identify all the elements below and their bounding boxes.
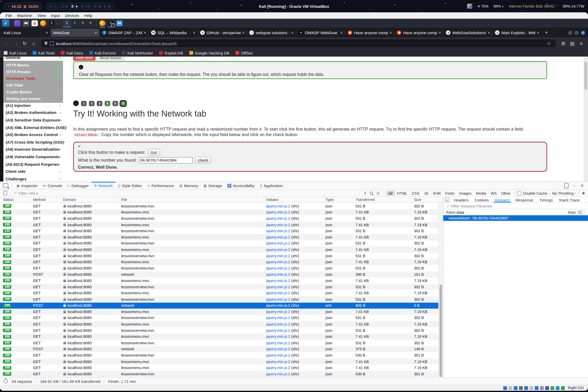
filter-type-images[interactable]: Images	[457, 191, 473, 196]
filter-type-xhr[interactable]: XHR	[431, 191, 443, 196]
initiator-link[interactable]: jquery.min.js:2	[266, 347, 290, 351]
network-request-row[interactable]: 200GETlocalhost:8080lessonmenu.mvcjquery…	[0, 234, 443, 240]
request-detail-tab-timings[interactable]: Timings	[536, 197, 556, 203]
responsive-mode-icon[interactable]	[564, 183, 568, 188]
mouse-integration-icon[interactable]	[556, 386, 560, 390]
initiator-link[interactable]: jquery.min.js:2	[266, 366, 290, 370]
reload-button[interactable]: ↻	[21, 40, 29, 46]
initiator-link[interactable]: jquery.min.js:2	[266, 229, 290, 233]
scrollbar-thumb[interactable]	[584, 62, 587, 89]
network-request-row[interactable]: 200GETlocalhost:8080lessonmenu.mvcjquery…	[0, 209, 443, 215]
filter-type-css[interactable]: CSS	[410, 191, 421, 196]
initiator-link[interactable]: jquery.min.js:2	[266, 341, 290, 345]
network-request-row[interactable]: 200GETlocalhost:8080lessonoverview.mvcjq…	[0, 240, 443, 247]
column-header-file[interactable]: File	[118, 197, 263, 203]
bookmark-google-hacking-db[interactable]: Google Hacking DB	[189, 51, 229, 55]
initiator-link[interactable]: jquery.min.js:2	[266, 254, 290, 258]
initiator-link[interactable]: jquery.min.js:2	[266, 241, 290, 246]
network-request-row[interactable]: 200GETlocalhost:8080lessonoverview.mvcjq…	[0, 215, 443, 222]
tab-close-icon[interactable]: ×	[291, 30, 293, 35]
browser-tab-github-vernjan-we[interactable]: ●GitHub - vernjan/we×	[198, 28, 247, 37]
bookmark-kali-forums[interactable]: Kali Forums	[89, 51, 116, 55]
sidebar-item-http-proxies[interactable]: HTTP Proxies✔	[3, 68, 63, 75]
virtualbox-logo-icon[interactable]	[545, 386, 549, 390]
sidebar-item-client-side[interactable]: Client side›	[3, 168, 63, 175]
bookmark-kali-tools[interactable]: Kali Tools	[32, 51, 55, 55]
volume-indicator[interactable]: ◂)75%	[477, 4, 489, 8]
bookmark-kali-linux[interactable]: Kali Linux	[4, 51, 26, 55]
terminal-taskbar-icon[interactable]: $3	[108, 20, 114, 26]
host-workspace-4[interactable]: 4: </>	[81, 4, 91, 8]
page-button-6[interactable]: 6	[120, 101, 126, 106]
close-button[interactable]: ×	[581, 30, 585, 35]
initiator-link[interactable]: jquery.min.js:2	[266, 204, 290, 208]
filter-type-js[interactable]: JS	[422, 191, 430, 196]
initiator-link[interactable]: jquery.min.js:2	[266, 297, 290, 302]
initiator-link[interactable]: jquery.min.js:2	[266, 322, 290, 326]
browser-tab-kali-linux[interactable]: Kali Linux×	[2, 28, 50, 37]
bookmark-kali-docs[interactable]: Kali Docs	[61, 51, 83, 55]
devtools-tab-accessibility[interactable]: ♿Accessibility	[225, 182, 257, 189]
usb-icon[interactable]	[524, 386, 528, 390]
tab-close-icon[interactable]: ×	[340, 30, 343, 35]
bookmark-kali-nethunter[interactable]: Kali NetHunter	[122, 51, 153, 55]
devtools-menu-icon[interactable]: ⋯	[571, 183, 579, 188]
vbox-menu-file[interactable]: File	[3, 13, 15, 17]
request-detail-tab-stack-trace[interactable]: Stack Trace	[556, 197, 583, 203]
home-button[interactable]: ⌂	[30, 40, 38, 46]
vbox-menu-input[interactable]: Input	[48, 13, 63, 17]
request-detail-tab-headers[interactable]: Headers	[451, 197, 471, 203]
host-workspace-6[interactable]: 6: ●	[104, 4, 111, 8]
network-request-row[interactable]: 200GETlocalhost:8080lessonoverview.mvcjq…	[0, 284, 443, 290]
devtools-tab-debugger[interactable]: ▷Debugger	[65, 182, 91, 189]
request-detail-tab-response[interactable]: Response	[512, 197, 536, 203]
browser-tab-owasp-webgoat-g[interactable]: ●●OWASP WebGoat: G×	[296, 28, 345, 37]
virtualbox-tray-icon[interactable]	[467, 3, 473, 9]
network-request-row[interactable]: 200GETlocalhost:8080lessonoverview.mvcjq…	[0, 203, 443, 209]
network-request-row[interactable]: 200POSTlocalhost:8080networkjquery.min.j…	[0, 302, 443, 309]
forward-button[interactable]: →	[12, 40, 20, 46]
network-icon[interactable]	[519, 386, 523, 390]
initiator-link[interactable]: jquery.min.js:2	[266, 359, 290, 364]
column-header-size[interactable]: Size	[411, 197, 443, 203]
url-bar[interactable]: localhost:8080/WebGoat/start.mvc#lesson/…	[41, 39, 556, 47]
keyboard-capture-icon[interactable]	[561, 386, 565, 390]
network-request-row[interactable]: 200GETlocalhost:8080lessonmenu.mvcjquery…	[0, 278, 443, 284]
reset-lesson-button[interactable]: Reset lesson	[96, 57, 125, 62]
tracking-protection-icon[interactable]	[44, 41, 48, 45]
audio-icon[interactable]	[514, 386, 518, 390]
vbox-menu-machine[interactable]: Machine	[15, 13, 35, 17]
pagination-back-button[interactable]: ←	[73, 101, 79, 106]
tab-close-icon[interactable]: ×	[389, 30, 392, 35]
request-detail-tab-cookies[interactable]: Cookies	[472, 197, 492, 203]
page-button-2[interactable]: 2	[89, 101, 95, 106]
network-request-row[interactable]: 200GETlocalhost:8080lessonmenu.mvcjquery…	[0, 358, 443, 365]
network-request-row[interactable]: 200GETlocalhost:8080lessonmenu.mvcjquery…	[0, 290, 443, 296]
network-request-row[interactable]: 200GETlocalhost:8080lessonmenu.mvcjquery…	[0, 334, 443, 340]
network-request-row[interactable]: 200POSTlocalhost:8080networkjquery.min.j…	[0, 346, 443, 352]
tab-close-icon[interactable]: ×	[242, 30, 244, 35]
initiator-link[interactable]: jquery.min.js:2	[266, 248, 290, 252]
firefox-launcher-icon[interactable]	[40, 20, 46, 26]
filter-type-ws[interactable]: WS	[489, 191, 499, 196]
sidebar-item-a2-broken-authentication[interactable]: (A2) Broken Authentication›	[3, 109, 63, 116]
bookmark-star-icon[interactable]: ☆	[545, 40, 553, 46]
column-header-type[interactable]: Type	[322, 197, 352, 203]
devtools-tab-memory[interactable]: ▤Memory	[177, 182, 201, 189]
column-header-initiator[interactable]: Initiator	[263, 197, 322, 203]
browser-tab-have-anyone-comple[interactable]: ◉Have anyone comple×	[395, 28, 443, 37]
shared-folders-icon[interactable]	[530, 386, 533, 390]
battery-indicator[interactable]: 99% 14.77W	[563, 4, 584, 8]
firefox-taskbar-icon[interactable]	[99, 20, 105, 26]
initiator-link[interactable]: jquery.min.js:2	[266, 266, 290, 270]
pick-element-icon[interactable]	[3, 183, 8, 188]
browser-tab-webgoatsolutions-s[interactable]: ●WebGoatSolutions/S×	[444, 28, 492, 37]
filter-type-other[interactable]: Other	[499, 191, 512, 196]
sidebar-item-writing-new-lesson[interactable]: Writing new lesson	[3, 95, 63, 102]
initiator-link[interactable]: jquery.min.js:2	[266, 303, 290, 308]
block-icon[interactable]: ∅	[375, 191, 382, 195]
network-request-row[interactable]: 200GETlocalhost:8080lessonmenu.mvcjquery…	[0, 259, 443, 265]
go-button[interactable]: Go!	[148, 149, 160, 156]
hide-hints-button[interactable]: Hide hints	[73, 57, 96, 61]
tab-close-icon[interactable]: ×	[144, 30, 146, 35]
